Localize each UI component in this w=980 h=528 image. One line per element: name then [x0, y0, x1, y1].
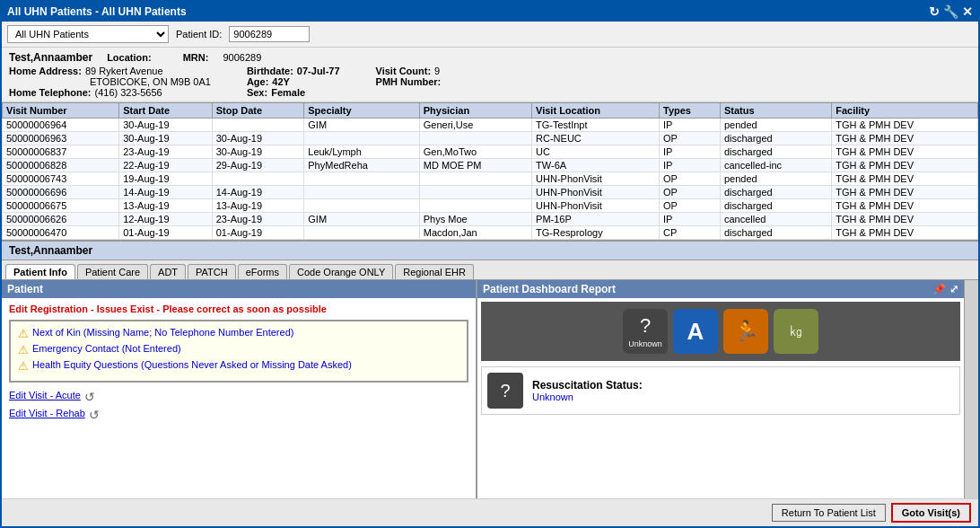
tab-regional-ehr[interactable]: Regional EHR: [395, 264, 474, 279]
col-physician: Physician: [419, 103, 531, 119]
table-row[interactable]: 5000000667513-Aug-1913-Aug-19UHN-PhonVis…: [3, 199, 978, 213]
table-cell: TGH & PMH DEV: [832, 172, 978, 186]
table-cell: 12-Aug-19: [119, 213, 213, 226]
tabs-bar: Patient InfoPatient CareADTPATCHeFormsCo…: [2, 260, 978, 280]
tab-adt[interactable]: ADT: [150, 264, 186, 279]
warning-icon: ⚠: [18, 359, 29, 373]
warning-item: ⚠Emergency Contact (Not Entered): [18, 343, 459, 356]
refresh-icon[interactable]: ↻: [929, 4, 940, 19]
table-cell: [419, 172, 531, 186]
scrollbar[interactable]: [964, 280, 978, 498]
warning-text: Next of Kin (Missing Name; No Telephone …: [32, 327, 293, 338]
expand-icon[interactable]: ⤢: [949, 283, 958, 295]
table-cell: TGH & PMH DEV: [832, 186, 978, 199]
sex-label: Sex:: [247, 87, 267, 98]
title-bar-icons: ↻ 🔧 ✕: [929, 4, 973, 19]
table-cell: 01-Aug-19: [212, 226, 304, 240]
col-start-date: Start Date: [119, 103, 213, 119]
patient-panel-content: Edit Registration - Issues Exist - Pleas…: [2, 298, 476, 498]
table-cell: 13-Aug-19: [119, 199, 213, 213]
birthdate-label: Birthdate:: [247, 66, 293, 76]
table-cell: OP: [660, 132, 721, 145]
edit-visit-acute-link[interactable]: Edit Visit - Acute: [9, 390, 81, 400]
mrn-label: MRN:: [183, 52, 209, 63]
visits-scroll[interactable]: Visit Number Start Date Stop Date Specia…: [2, 102, 978, 240]
table-cell: discharged: [720, 132, 831, 145]
patient-panel-title: Patient: [7, 283, 43, 295]
table-row[interactable]: 5000000674319-Aug-19UHN-PhonVisitOPpende…: [3, 172, 978, 186]
table-cell: [419, 132, 531, 145]
resus-label: Resuscitation Status:: [532, 379, 643, 392]
table-cell: OP: [660, 186, 721, 199]
falls-icon: 🏃: [734, 320, 758, 343]
table-row[interactable]: 5000000669614-Aug-1914-Aug-19UHN-PhonVis…: [3, 186, 978, 199]
table-cell: 19-Aug-19: [119, 172, 213, 186]
close-icon[interactable]: ✕: [962, 4, 973, 19]
age-label: Age:: [247, 76, 268, 87]
table-cell: OP: [660, 199, 721, 213]
table-cell: discharged: [720, 145, 831, 159]
table-cell: Gen,MoTwo: [419, 145, 531, 159]
resus-value: Unknown: [532, 392, 643, 402]
table-cell: 50000006828: [3, 159, 119, 172]
table-cell: Phys Moe: [419, 213, 531, 226]
tab-patient-care[interactable]: Patient Care: [77, 264, 148, 279]
tab-patient-info[interactable]: Patient Info: [5, 264, 75, 279]
dashboard-icon-row: ? Unknown A 🏃 ㎏: [481, 302, 960, 361]
table-row[interactable]: 5000000696330-Aug-1930-Aug-19RC-NEUCOPdi…: [3, 132, 978, 145]
patient-id-input[interactable]: [229, 26, 310, 42]
address-line2: ETOBICOKE, ON M9B 0A1: [90, 76, 211, 87]
table-cell: pended: [720, 172, 831, 186]
falls-badge[interactable]: 🏃: [723, 309, 768, 354]
pin-icon[interactable]: 📌: [932, 283, 946, 295]
table-cell: 50000006963: [3, 132, 119, 145]
table-cell: 22-Aug-19: [119, 159, 213, 172]
table-cell: discharged: [720, 199, 831, 213]
table-cell: 50000006626: [3, 213, 119, 226]
edit-reg-title: Edit Registration - Issues Exist - Pleas…: [9, 304, 468, 314]
table-cell: [304, 172, 419, 186]
col-specialty: Specialty: [304, 103, 419, 119]
resus-unknown-icon: ?: [487, 373, 523, 409]
table-row[interactable]: 5000000662612-Aug-1923-Aug-19GIMPhys Moe…: [3, 213, 978, 226]
goto-visits-button[interactable]: Goto Visit(s): [891, 503, 971, 523]
return-to-patient-list-button[interactable]: Return To Patient List: [772, 504, 886, 522]
dashboard-panel-header: Patient Dashboard Report 📌 ⤢: [477, 280, 964, 298]
weight-badge[interactable]: ㎏: [774, 309, 818, 354]
tab-eforms[interactable]: eForms: [238, 264, 287, 279]
allergy-icon: A: [687, 318, 704, 346]
table-cell: UHN-PhonVisit: [532, 172, 660, 186]
col-stop-date: Stop Date: [212, 103, 304, 119]
settings-icon[interactable]: 🔧: [943, 4, 958, 19]
patient-list-dropdown[interactable]: All UHN Patients: [7, 25, 169, 43]
table-row[interactable]: 5000000683723-Aug-1930-Aug-19Leuk/LymphG…: [3, 145, 978, 159]
tab-code-orange-only[interactable]: Code Orange ONLY: [289, 264, 393, 279]
table-cell: PM-16P: [532, 213, 660, 226]
table-cell: UC: [532, 145, 660, 159]
table-cell: 50000006964: [3, 119, 119, 132]
table-cell: Macdon,Jan: [419, 226, 531, 240]
title-bar: All UHN Patients - All UHN Patients ↻ 🔧 …: [2, 2, 978, 22]
allergy-badge[interactable]: A: [673, 309, 718, 354]
table-row[interactable]: 5000000696430-Aug-19GIMGeneri,UseTG-Test…: [3, 119, 978, 132]
tab-patch[interactable]: PATCH: [188, 264, 236, 279]
unknown-label: Unknown: [628, 339, 662, 348]
warning-item: ⚠Health Equity Questions (Questions Neve…: [18, 359, 459, 373]
sync-icon-1: ↺: [84, 390, 95, 404]
table-cell: [419, 186, 531, 199]
mrn-value: 9006289: [223, 52, 261, 63]
sex-value: Female: [271, 87, 305, 98]
visit-count-value: 9: [434, 66, 440, 76]
toolbar: All UHN Patients Patient ID:: [2, 22, 978, 48]
table-cell: UHN-PhonVisit: [532, 186, 660, 199]
col-status: Status: [720, 103, 831, 119]
table-cell: 30-Aug-19: [212, 132, 304, 145]
resus-box: ? Resuscitation Status: Unknown: [481, 366, 960, 415]
dashboard-content[interactable]: ? Unknown A 🏃 ㎏ ? Resus: [477, 298, 964, 498]
unknown-badge[interactable]: ? Unknown: [623, 309, 668, 354]
edit-visit-rehab-link[interactable]: Edit Visit - Rehab: [9, 408, 85, 418]
table-row[interactable]: 5000000647001-Aug-1901-Aug-19Macdon,JanT…: [3, 226, 978, 240]
table-cell: [419, 199, 531, 213]
warning-box: ⚠Next of Kin (Missing Name; No Telephone…: [9, 320, 468, 383]
table-row[interactable]: 5000000682822-Aug-1929-Aug-19PhyMedRehaM…: [3, 159, 978, 172]
